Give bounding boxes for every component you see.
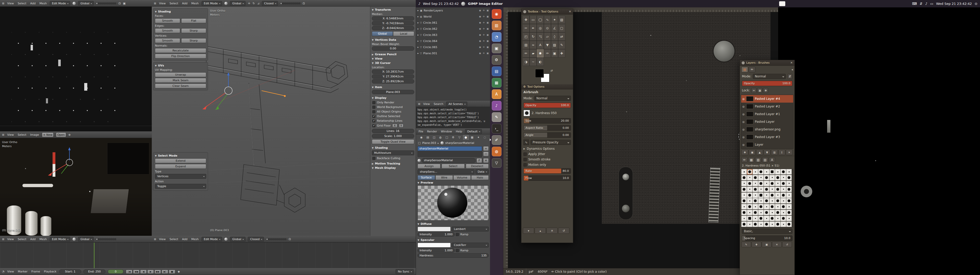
rotate-tool[interactable]: ↻	[530, 32, 537, 41]
flip-direction-button[interactable]: Flip Direction	[155, 54, 206, 58]
brush-swatch[interactable]	[741, 210, 747, 215]
brushes-tab[interactable]: ✏	[741, 157, 748, 163]
launcher-system-settings[interactable]: ⚙	[492, 55, 501, 65]
brush-swatch[interactable]	[786, 181, 792, 186]
header-menu[interactable]: View	[159, 237, 166, 241]
timeline-menu[interactable]: Frame	[31, 270, 41, 273]
unit-dropdown[interactable]: px	[526, 269, 535, 275]
outliner-row[interactable]: ▸▽Circle.065 ◉✛▣	[416, 44, 490, 50]
image-new-button[interactable]: + New	[42, 133, 54, 137]
remove-slot-button[interactable]: −	[483, 152, 489, 156]
brush-swatch[interactable]	[747, 204, 752, 209]
brush-swatch[interactable]	[770, 181, 775, 186]
brush-swatch[interactable]	[752, 216, 758, 221]
mode-switch-button[interactable]: ⇵	[788, 74, 792, 79]
launcher-firefox[interactable]: ◔	[492, 32, 501, 42]
display-checkbox[interactable]: Relationship Lines	[372, 119, 414, 122]
brush-swatch[interactable]	[775, 221, 780, 227]
specular-intensity-slider[interactable]: Intensity1.000	[417, 248, 455, 253]
active-app-title[interactable]: GIMP Image Editor	[468, 2, 503, 6]
rectangle-select-tool[interactable]: ▭	[530, 16, 537, 24]
rate-slider[interactable]: Rate80.0	[523, 168, 571, 174]
tab-physics[interactable]: ◌	[482, 135, 488, 140]
brush-swatch[interactable]	[752, 186, 758, 192]
brush-swatch[interactable]	[770, 198, 775, 204]
dodge-burn-tool[interactable]: ◐	[537, 58, 544, 66]
foreground-color-swatch[interactable]	[535, 69, 544, 77]
brush-swatch[interactable]	[775, 204, 780, 209]
tool-option-checkbox[interactable]: Apply Jitter	[523, 152, 571, 156]
bevel-weight-field[interactable]: 0.00	[372, 46, 414, 51]
launcher-files[interactable]: ▥	[492, 21, 501, 30]
editor-type-icon[interactable]: ⊞	[2, 2, 4, 5]
mode-dropdown[interactable]: Edit Mode	[50, 1, 70, 6]
brush-swatch[interactable]	[775, 210, 780, 215]
editor-type-icon[interactable]: ⊞	[154, 237, 156, 241]
assign-button[interactable]: Assign	[417, 164, 441, 169]
viewport-shading-icon[interactable]	[73, 237, 76, 241]
mode-dropdown[interactable]: Edit Mode	[202, 237, 222, 242]
cursor-field[interactable]: Z: 25.89228cm	[372, 79, 414, 84]
perspective-tool[interactable]: ◊	[551, 32, 558, 41]
blur-sharpen-tool[interactable]: ◑	[522, 58, 530, 66]
viewport-shading-icon[interactable]	[73, 2, 76, 5]
brush-swatch[interactable]	[764, 210, 769, 215]
duplicate-layer-button[interactable]: ▥	[771, 150, 778, 155]
measure-tool[interactable]: ∠	[551, 24, 558, 32]
diffuse-intensity-slider[interactable]: Intensity1.000	[417, 232, 455, 237]
axis-y-toggle[interactable]: Y	[399, 124, 404, 128]
layer-visibility-icon[interactable]: ◎	[742, 136, 745, 139]
brush-swatch[interactable]	[770, 193, 775, 198]
expand-toggle[interactable]: Expand	[155, 164, 206, 169]
layer-visibility-icon[interactable]: ◎	[742, 120, 745, 123]
median-field[interactable]: X: 6.54683mm	[372, 16, 414, 21]
hardness-slider[interactable]: Hardness:135	[417, 253, 489, 258]
timeline-track[interactable]	[0, 242, 416, 268]
timeline-menu[interactable]: Marker	[18, 270, 28, 273]
recalculate-normals-button[interactable]: Recalculate	[155, 48, 206, 53]
close-icon[interactable]: ✕	[569, 10, 571, 13]
material-preview[interactable]	[417, 185, 489, 221]
lock-alpha-icon[interactable]: ▦	[757, 88, 762, 93]
editor-type-icon[interactable]: ◔	[2, 270, 5, 273]
selectable-icon[interactable]: ✛	[483, 52, 485, 54]
specular-ramp-checkbox[interactable]: Ramp	[456, 248, 489, 253]
axis-x-toggle[interactable]: X	[392, 124, 397, 128]
brush-swatch[interactable]	[786, 169, 792, 174]
brush-swatch[interactable]	[741, 204, 747, 209]
header-menu[interactable]: Add	[181, 2, 188, 5]
brush-swatch[interactable]	[770, 221, 775, 227]
brush-swatch[interactable]	[786, 210, 792, 215]
renderable-icon[interactable]: ▣	[487, 15, 489, 18]
layer-opacity-slider[interactable]: Opacity100.0	[742, 81, 792, 86]
info-menu[interactable]: Window	[441, 130, 452, 133]
brush-swatch[interactable]	[758, 169, 764, 174]
brush-swatch[interactable]	[781, 175, 786, 180]
brush-swatch[interactable]	[786, 204, 792, 209]
brush-swatch[interactable]	[741, 175, 747, 180]
tab-world[interactable]: ◍	[438, 135, 443, 140]
volume-indicator-icon[interactable]: ♪	[418, 2, 420, 6]
brush-swatch[interactable]	[741, 181, 747, 186]
visibility-eye-icon[interactable]: ◉	[479, 15, 481, 18]
add-slot-button[interactable]: +	[483, 146, 489, 151]
selectable-icon[interactable]: ✛	[483, 33, 485, 36]
new-brush-button[interactable]: ✚	[752, 242, 761, 247]
header-menu[interactable]: Mesh	[39, 237, 48, 241]
specular-color-swatch[interactable]	[417, 243, 451, 248]
launcher-ubuntu-software[interactable]: A	[492, 89, 501, 99]
snap-magnet-icon[interactable]: Ω	[303, 2, 305, 5]
jump-to-start-button[interactable]: |◀	[126, 270, 132, 274]
brush-thumbnail[interactable]	[523, 110, 530, 116]
record-button[interactable]: ●	[169, 270, 175, 274]
camera-viewport[interactable]: User Ortho Meters (0) Plane.003	[0, 138, 152, 236]
brush-swatch[interactable]	[758, 204, 764, 209]
brush-tag-entry[interactable]: Basic,	[742, 229, 792, 234]
renderable-icon[interactable]: ▣	[487, 46, 489, 48]
tab-object[interactable]: □	[444, 135, 450, 140]
render-icon[interactable]: ▣	[123, 2, 126, 5]
prev-keyframe-button[interactable]: ◀◀	[133, 270, 140, 274]
header-menu[interactable]: Add	[30, 2, 36, 5]
mark-seam-button[interactable]: Mark Seam	[155, 78, 206, 83]
ink-tool[interactable]: ✑	[544, 49, 551, 58]
